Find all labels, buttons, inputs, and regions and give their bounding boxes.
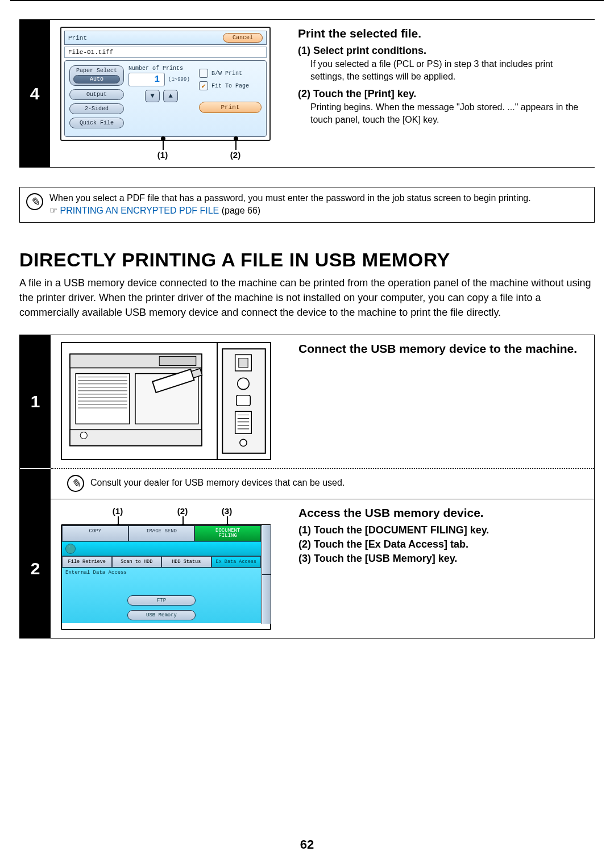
callout-3: (3) bbox=[222, 506, 232, 516]
note-icon: ✎ bbox=[20, 192, 49, 216]
svg-point-30 bbox=[240, 440, 247, 446]
lcd-center-column: Number of Prints 1 (1~999) ▼ ▲ bbox=[128, 65, 194, 132]
note-line-1: When you select a PDF file that has a pa… bbox=[49, 192, 588, 205]
header-strip bbox=[62, 541, 261, 556]
step-4-row: 4 Print Cancel File-01.tiff Paper S bbox=[19, 19, 595, 168]
cancel-button[interactable]: Cancel bbox=[223, 33, 263, 43]
scan-to-hdd-tab[interactable]: Scan to HDD bbox=[112, 556, 162, 567]
lcd-main-area: Paper Select Auto Output 2-Sided Quick F… bbox=[64, 60, 267, 137]
mode-tabs: COPY IMAGE SEND DOCUMENT FILING bbox=[62, 525, 261, 541]
bw-print-checkbox[interactable] bbox=[199, 69, 208, 78]
usb-step-1-instructions: Connect the USB memory device to the mac… bbox=[298, 342, 584, 460]
usb-step-1-row: 1 bbox=[20, 335, 594, 468]
note-icon: ✎ bbox=[61, 474, 90, 492]
print-button[interactable]: Print bbox=[199, 102, 262, 113]
bw-print-label: B/W Print bbox=[211, 70, 242, 77]
copies-label: Number of Prints bbox=[128, 65, 183, 72]
note-link-suffix: (page 66) bbox=[219, 206, 260, 215]
copies-input[interactable]: 1 bbox=[128, 73, 165, 86]
step-4-sub-2-body: Printing begins. When the message "Job s… bbox=[310, 101, 584, 126]
paper-select-auto: Auto bbox=[73, 75, 120, 84]
dealer-note-text: Consult your dealer for USB memory devic… bbox=[90, 478, 584, 488]
usb-step-2-heading: Access the USB memory device. bbox=[298, 506, 584, 520]
ftp-button[interactable]: FTP bbox=[127, 595, 196, 606]
note-text: When you select a PDF file that has a pa… bbox=[49, 192, 588, 216]
callout-1: (1) bbox=[157, 150, 168, 160]
usb-step-2-item-2: (2) Touch the [Ex Data Access] tab. bbox=[298, 539, 584, 550]
step-4-sub-1-body: If you selected a file (PCL or PS) in st… bbox=[310, 58, 584, 82]
pencil-icon: ✎ bbox=[26, 193, 43, 210]
decrement-button[interactable]: ▼ bbox=[145, 90, 160, 102]
section-intro: A file in a USB memory device connected … bbox=[19, 276, 595, 320]
step-2-callouts: (1) (2) (3) bbox=[61, 506, 271, 525]
lcd-titlebar: Print Cancel bbox=[64, 31, 267, 45]
hdd-status-tab[interactable]: HDD Status bbox=[161, 556, 211, 567]
bw-print-option[interactable]: B/W Print bbox=[199, 69, 262, 78]
encrypted-pdf-note: ✎ When you select a PDF file that has a … bbox=[19, 187, 595, 223]
dealer-note-row: ✎ Consult your dealer for USB memory dev… bbox=[20, 469, 594, 499]
page-number: 62 bbox=[0, 837, 614, 852]
side-bars bbox=[262, 525, 271, 624]
svg-point-22 bbox=[238, 378, 249, 390]
usb-step-1-number: 1 bbox=[20, 335, 51, 468]
copies-range: (1~999) bbox=[168, 77, 190, 82]
fit-to-page-option[interactable]: ✔ Fit To Page bbox=[199, 81, 262, 90]
ex-data-panel: External Data Access FTP USB Memory bbox=[62, 567, 261, 623]
usb-step-2-item-3: (3) Touch the [USB Memory] key. bbox=[298, 553, 584, 565]
usb-step-2-number: 2 bbox=[20, 499, 51, 638]
lcd-title: Print bbox=[68, 35, 87, 41]
note-link-prefix: ☞ bbox=[49, 206, 60, 215]
usb-step-2-instructions: Access the USB memory device. (1) Touch … bbox=[298, 506, 584, 630]
step-4-illustration: Print Cancel File-01.tiff Paper Select A… bbox=[60, 27, 282, 159]
lcd-left-column: Paper Select Auto Output 2-Sided Quick F… bbox=[69, 65, 124, 132]
step-4-callouts: (1) (2) bbox=[60, 140, 282, 159]
lcd-filing-screen: COPY IMAGE SEND DOCUMENT FILING bbox=[61, 524, 271, 630]
step-4-sub-1-title: (1) Select print conditions. bbox=[298, 45, 584, 57]
fit-to-page-checkbox[interactable]: ✔ bbox=[199, 81, 208, 90]
step-4-heading: Print the selected file. bbox=[298, 27, 584, 40]
svg-rect-21 bbox=[239, 358, 248, 368]
file-retrieve-tab[interactable]: File Retrieve bbox=[62, 556, 112, 567]
increment-button[interactable]: ▲ bbox=[163, 90, 178, 102]
doc-filing-label-2: FILING bbox=[218, 533, 237, 539]
fit-to-page-label: Fit To Page bbox=[211, 83, 249, 89]
usb-step-2-row: 2 (1) (2) (3) bbox=[20, 499, 594, 638]
usb-memory-button[interactable]: USB Memory bbox=[127, 610, 196, 620]
lcd-print-screen: Print Cancel File-01.tiff Paper Select A… bbox=[60, 27, 271, 141]
usb-step-2-item-1: (1) Touch the [DOCUMENT FILING] key. bbox=[298, 524, 584, 536]
paper-select-button[interactable]: Paper Select Auto bbox=[69, 65, 124, 86]
paper-select-label: Paper Select bbox=[76, 68, 117, 74]
lcd-filename: File-01.tiff bbox=[64, 47, 267, 58]
encrypted-pdf-link[interactable]: PRINTING AN ENCRYPTED PDF FILE bbox=[60, 206, 219, 215]
callout-1: (1) bbox=[113, 506, 123, 516]
quick-file-button[interactable]: Quick File bbox=[69, 118, 124, 128]
globe-icon bbox=[65, 544, 76, 554]
step-4-sub-2-title: (2) Touch the [Print] key. bbox=[298, 88, 584, 100]
svg-rect-2 bbox=[159, 357, 196, 366]
svg-rect-3 bbox=[70, 430, 202, 446]
section-title: DIRECTLY PRINTING A FILE IN USB MEMORY bbox=[19, 249, 595, 271]
svg-rect-4 bbox=[76, 374, 130, 424]
pencil-icon: ✎ bbox=[67, 475, 84, 492]
step-2-illustration: (1) (2) (3) COPY IMAGE SEND bbox=[61, 506, 271, 630]
printer-illustration bbox=[61, 342, 271, 460]
copy-tab[interactable]: COPY bbox=[62, 525, 128, 541]
svg-point-16 bbox=[80, 432, 87, 439]
ex-data-access-tab[interactable]: Ex Data Access bbox=[211, 556, 262, 567]
callout-2: (2) bbox=[230, 150, 240, 160]
output-button[interactable]: Output bbox=[69, 89, 124, 100]
image-send-tab[interactable]: IMAGE SEND bbox=[128, 525, 195, 541]
usb-step-1-heading: Connect the USB memory device to the mac… bbox=[298, 342, 584, 356]
callout-2: (2) bbox=[177, 506, 188, 516]
document-filing-tab[interactable]: DOCUMENT FILING bbox=[194, 525, 261, 541]
step-4-number: 4 bbox=[19, 20, 50, 167]
usb-steps-wrap: 1 bbox=[19, 335, 595, 639]
two-sided-button[interactable]: 2-Sided bbox=[69, 103, 124, 114]
sub-tabs: File Retrieve Scan to HDD HDD Status Ex … bbox=[62, 556, 261, 567]
step-4-instructions: Print the selected file. (1) Select prin… bbox=[298, 27, 584, 159]
printer-body-icon bbox=[62, 343, 217, 459]
svg-rect-23 bbox=[237, 395, 250, 406]
printer-port-panel-icon bbox=[218, 343, 270, 459]
lcd-right-column: B/W Print ✔ Fit To Page Print bbox=[199, 65, 262, 132]
panel-label: External Data Access bbox=[65, 570, 127, 575]
